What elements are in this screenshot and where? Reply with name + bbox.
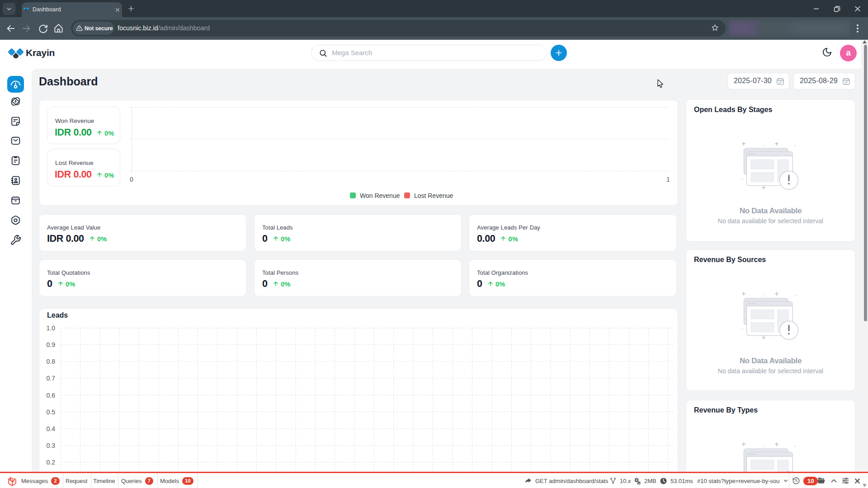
- svg-text:0.2: 0.2: [47, 459, 56, 466]
- svg-text:1: 1: [666, 176, 670, 183]
- svg-text:1.0: 1.0: [47, 324, 56, 332]
- svg-text:0: 0: [130, 176, 133, 183]
- svg-text:0.9: 0.9: [47, 341, 56, 348]
- svg-text:0.6: 0.6: [47, 392, 56, 399]
- svg-text:Lost Revenue: Lost Revenue: [414, 192, 453, 199]
- svg-text:0.7: 0.7: [47, 375, 56, 382]
- svg-text:0.3: 0.3: [47, 442, 56, 449]
- svg-text:0.4: 0.4: [47, 425, 56, 432]
- svg-text:0.5: 0.5: [47, 408, 56, 416]
- svg-text:Won Revenue: Won Revenue: [360, 192, 400, 199]
- svg-text:0.8: 0.8: [47, 358, 56, 365]
